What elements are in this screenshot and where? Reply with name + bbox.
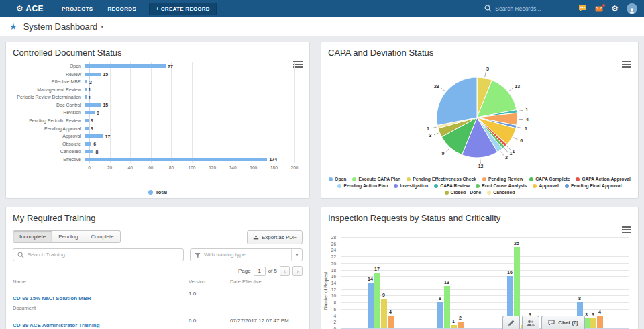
legend-item[interactable]: Open <box>329 177 346 181</box>
training-record-link[interactable]: CD-69 15% NaCl Solution MBR <box>13 295 91 301</box>
bar[interactable]: 4 <box>597 316 603 328</box>
page-number-input[interactable] <box>254 267 266 276</box>
chart-menu-icon[interactable] <box>622 226 631 234</box>
bar[interactable]: 3 <box>590 318 596 328</box>
y-axis-labels: 0246810121416182022242628 <box>321 237 339 328</box>
bar[interactable] <box>85 134 103 138</box>
legend-item[interactable]: CAPA Complete <box>529 177 570 181</box>
chat-toggle-button[interactable]: Chat (0) <box>541 316 585 329</box>
bar-row: Open77 <box>11 62 294 70</box>
slice-value-label: 2 <box>505 155 508 160</box>
nav-item-records[interactable]: RECORDS <box>100 6 144 12</box>
bar[interactable]: 14 <box>368 283 374 328</box>
export-pdf-button[interactable]: Export as PDF <box>247 230 303 244</box>
chat-bubble-icon[interactable] <box>578 5 587 13</box>
next-page-button[interactable]: › <box>292 266 303 276</box>
axis-tick-label: 0 <box>88 165 91 170</box>
axis-tick-label: 12 <box>331 287 336 291</box>
bar[interactable] <box>85 142 91 146</box>
bar[interactable] <box>85 88 87 91</box>
document-status-chart: Open77Review15Effective MBR2Management R… <box>11 62 304 195</box>
legend-item[interactable]: Approval <box>533 183 558 188</box>
bar[interactable]: 4 <box>388 316 394 328</box>
training-table-body: CD-69 15% NaCl Solution MBRDocument1.0CD… <box>13 287 303 329</box>
bar[interactable] <box>85 73 101 76</box>
legend-item[interactable]: CAPA Review <box>434 183 470 188</box>
legend-item[interactable]: Pending Action Plan <box>337 183 388 188</box>
training-record-link[interactable]: CD-89 ACE Administrator Training <box>13 322 100 328</box>
axis-tick-label: 60 <box>148 165 153 170</box>
legend-item[interactable]: CAPA Action Approval <box>576 177 630 181</box>
bar-value: 3 <box>91 126 93 131</box>
settings-gear-icon[interactable]: ⚙ <box>611 5 619 13</box>
record-version: 6.0 <box>189 318 230 329</box>
user-avatar[interactable] <box>627 3 637 14</box>
x-axis-labels: 020406080100120140160180200 <box>89 163 294 172</box>
contacts-button[interactable] <box>522 316 539 329</box>
label-connector <box>501 152 504 156</box>
bar[interactable] <box>85 158 267 161</box>
filter-funnel-icon <box>195 249 201 261</box>
nav-item-projects[interactable]: PROJECTS <box>54 6 100 12</box>
category-label: Effective <box>11 157 85 162</box>
tab-incomplete[interactable]: Incomplete <box>13 230 52 243</box>
legend-label: Investigation <box>400 183 428 188</box>
tab-complete[interactable]: Complete <box>85 230 121 243</box>
slice-value-label: 1 <box>513 149 515 154</box>
category-label: Open <box>11 64 85 68</box>
bar[interactable]: 9 <box>381 299 387 328</box>
bar[interactable]: 17 <box>374 273 380 328</box>
axis-tick-label: 2 <box>333 320 336 324</box>
bar[interactable] <box>85 150 93 153</box>
chevron-down-icon: ▾ <box>291 249 302 261</box>
bar[interactable]: 2 <box>458 322 464 328</box>
legend-item[interactable]: Investigation <box>394 183 428 188</box>
bar[interactable] <box>85 64 166 68</box>
pie-slice[interactable] <box>437 77 477 125</box>
bar-value: 8 <box>439 296 441 301</box>
bar[interactable]: 13 <box>444 286 450 328</box>
bar[interactable]: 8 <box>437 302 443 328</box>
search-input[interactable] <box>495 5 570 12</box>
dropdown-placeholder: With training type... <box>204 252 288 258</box>
notifications-icon[interactable] <box>595 5 603 13</box>
label-connector <box>446 148 449 152</box>
bar[interactable] <box>85 80 87 83</box>
chart-bars: Open77Review15Effective MBR2Management R… <box>11 62 304 163</box>
prev-page-button[interactable]: ‹ <box>280 266 290 276</box>
legend-dot <box>329 177 333 181</box>
legend-item[interactable]: Closed - Done <box>445 190 482 195</box>
favorite-star-icon[interactable]: ★ <box>9 22 17 31</box>
legend-dot <box>148 190 153 195</box>
slice-value-label: 6 <box>520 138 523 143</box>
axis-tick-label: 28 <box>331 235 336 240</box>
bar-row: Effective MBR2 <box>11 78 294 86</box>
axis-tick-label: 80 <box>169 165 174 170</box>
chevron-down-icon[interactable]: ▾ <box>101 23 103 30</box>
legend-dot <box>529 177 533 181</box>
page-title[interactable]: System Dashboard <box>23 21 98 32</box>
legend-item[interactable]: Cancelled <box>487 190 515 195</box>
bar[interactable] <box>85 119 89 122</box>
bar[interactable] <box>85 111 95 114</box>
legend-item[interactable]: Pending Review <box>482 177 523 181</box>
compose-message-button[interactable] <box>502 316 520 329</box>
bar[interactable]: 1 <box>451 325 457 328</box>
training-search-input[interactable] <box>28 252 179 258</box>
legend-item[interactable]: Root Cause Analysis <box>476 183 527 188</box>
legend-item[interactable]: Pending Effectiveness Check <box>407 177 476 181</box>
legend-dot <box>576 177 580 181</box>
legend-item[interactable]: Execute CAPA Plan <box>352 177 400 181</box>
bar[interactable] <box>85 127 89 130</box>
bar[interactable] <box>85 95 87 99</box>
category-label: Pending Approval <box>11 126 85 131</box>
bar[interactable] <box>85 103 101 107</box>
training-type-dropdown[interactable]: With training type... ▾ <box>190 248 303 261</box>
bar-value: 15 <box>103 72 108 77</box>
legend-item[interactable]: Pending Final Approval <box>565 183 622 188</box>
tab-pending[interactable]: Pending <box>52 230 85 243</box>
legend-item[interactable]: Total <box>11 189 304 195</box>
pie-legend: OpenExecute CAPA PlanPending Effectivene… <box>327 177 633 195</box>
app-logo[interactable]: ⚙ ACE <box>16 4 44 13</box>
create-record-button[interactable]: + CREATE RECORD <box>149 3 217 15</box>
